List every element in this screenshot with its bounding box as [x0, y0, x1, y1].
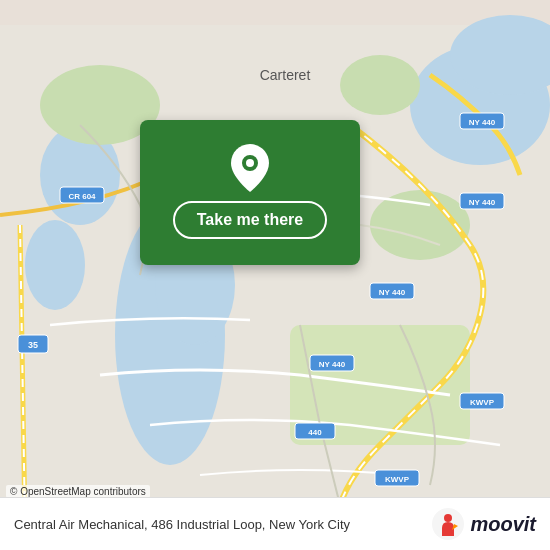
- take-me-there-button[interactable]: Take me there: [173, 201, 327, 239]
- info-bar: Central Air Mechanical, 486 Industrial L…: [0, 497, 550, 550]
- action-card: Take me there: [140, 120, 360, 265]
- map-container: 35 CR 604 NY 440 NY 440 NY 440 NY 440 44…: [0, 0, 550, 550]
- svg-point-6: [25, 220, 85, 310]
- svg-text:35: 35: [28, 340, 38, 350]
- moovit-logo: moovit: [432, 508, 536, 540]
- svg-text:440: 440: [308, 428, 322, 437]
- location-info-text: Central Air Mechanical, 486 Industrial L…: [14, 517, 432, 532]
- svg-point-33: [444, 514, 452, 522]
- map-background: 35 CR 604 NY 440 NY 440 NY 440 NY 440 44…: [0, 0, 550, 550]
- moovit-logo-icon: [432, 508, 464, 540]
- svg-text:NY 440: NY 440: [379, 288, 406, 297]
- svg-text:KWVP: KWVP: [385, 475, 410, 484]
- moovit-brand-name: moovit: [470, 513, 536, 536]
- svg-text:KWVP: KWVP: [470, 398, 495, 407]
- svg-text:NY 440: NY 440: [469, 118, 496, 127]
- svg-point-8: [340, 55, 420, 115]
- svg-text:NY 440: NY 440: [319, 360, 346, 369]
- location-pin-icon: [229, 147, 271, 189]
- svg-text:Carteret: Carteret: [260, 67, 311, 83]
- svg-text:NY 440: NY 440: [469, 198, 496, 207]
- attribution-text: © OpenStreetMap contributors: [10, 486, 146, 497]
- svg-point-31: [246, 159, 254, 167]
- svg-text:CR 604: CR 604: [68, 192, 96, 201]
